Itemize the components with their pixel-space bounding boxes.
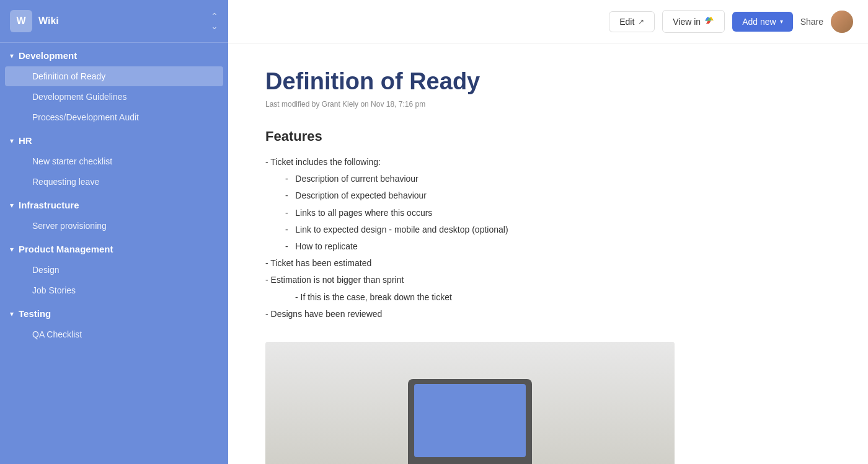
sidebar-section-product-management[interactable]: ▾ Product Management (0, 236, 228, 259)
content-image (265, 342, 675, 464)
add-new-label: Add new (742, 17, 776, 27)
sidebar-item-definition-of-ready[interactable]: Definition of Ready (5, 66, 223, 86)
sidebar-logo-letter: W (16, 16, 25, 27)
body-line-3: - Description of expected behaviour (265, 188, 831, 203)
sidebar-section-infrastructure[interactable]: ▾ Infrastructure (0, 192, 228, 215)
sidebar-section-hr-label: HR (19, 135, 32, 146)
sidebar-logo: W (10, 10, 32, 32)
sidebar-section-product-management-label: Product Management (19, 244, 113, 254)
body-line-7: - Ticket has been estimated (265, 256, 831, 271)
sidebar-item-requesting-leave[interactable]: Requesting leave (5, 172, 223, 192)
sidebar-item-design[interactable]: Design (5, 260, 223, 280)
sidebar-section-hr[interactable]: ▾ HR (0, 128, 228, 151)
sidebar-item-server-provisioning[interactable]: Server provisioning (5, 216, 223, 236)
topbar: Edit ↗ View in Add new ▾ Share (228, 0, 868, 43)
sidebar-expand-icon[interactable]: ⌃⌄ (211, 11, 218, 31)
sidebar-section-testing[interactable]: ▾ Testing (0, 301, 228, 324)
laptop-illustration (408, 379, 532, 464)
sidebar-section-development[interactable]: ▾ Development (0, 43, 228, 66)
page-title: Definition of Ready (265, 68, 831, 95)
body-line-5: - Link to expected design - mobile and d… (265, 222, 831, 238)
sidebar-item-process-development-audit[interactable]: Process/Development Audit (5, 107, 223, 127)
chevron-down-icon: ▾ (10, 245, 14, 254)
sidebar-item-job-stories[interactable]: Job Stories (5, 280, 223, 300)
content-body: - Ticket includes the following: - Descr… (265, 154, 831, 322)
body-line-9: - If this is the case, break down the ti… (265, 290, 831, 305)
view-in-label: View in (673, 17, 701, 27)
add-new-button[interactable]: Add new ▾ (732, 12, 792, 32)
sidebar-title: Wiki (38, 16, 205, 27)
view-in-button[interactable]: View in (662, 10, 725, 33)
sidebar-section-development-label: Development (19, 50, 77, 61)
chevron-down-icon: ▾ (10, 201, 14, 210)
chevron-down-icon: ▾ (10, 51, 14, 60)
sidebar-section-infrastructure-label: Infrastructure (19, 200, 79, 210)
laptop-screen (414, 384, 526, 457)
external-link-icon: ↗ (638, 17, 644, 26)
chevron-down-icon: ▾ (10, 136, 14, 145)
body-line-2: - Description of current behaviour (265, 171, 831, 187)
sidebar-item-development-guidelines[interactable]: Development Guidelines (5, 87, 223, 107)
dropdown-arrow-icon: ▾ (780, 18, 783, 25)
body-line-6: - How to replicate (265, 239, 831, 254)
features-heading: Features (265, 128, 831, 145)
sidebar: W Wiki ⌃⌄ ▾ Development Definition of Re… (0, 0, 228, 464)
body-line-10: - Designs have been reviewed (265, 306, 831, 322)
sidebar-item-new-starter-checklist[interactable]: New starter checklist (5, 151, 223, 171)
body-line-8: - Estimation is not bigger than sprint (265, 272, 831, 288)
page-meta: Last modified by Grant Kiely on Nov 18, … (265, 100, 831, 109)
edit-button[interactable]: Edit ↗ (609, 11, 655, 32)
avatar[interactable] (831, 11, 853, 33)
share-label[interactable]: Share (800, 17, 823, 27)
edit-label: Edit (619, 17, 634, 27)
chevron-down-icon: ▾ (10, 310, 14, 318)
sidebar-header[interactable]: W Wiki ⌃⌄ (0, 0, 228, 43)
sidebar-section-testing-label: Testing (19, 308, 51, 319)
sidebar-item-qa-checklist[interactable]: QA Checklist (5, 324, 223, 344)
body-line-1: - Ticket includes the following: (265, 154, 831, 170)
main-panel: Edit ↗ View in Add new ▾ Share Definitio… (228, 0, 868, 464)
gdrive-icon (704, 16, 714, 27)
content-area: Definition of Ready Last modified by Gra… (228, 43, 868, 464)
body-line-4: - Links to all pages where this occurs (265, 205, 831, 221)
avatar-image (831, 11, 853, 33)
